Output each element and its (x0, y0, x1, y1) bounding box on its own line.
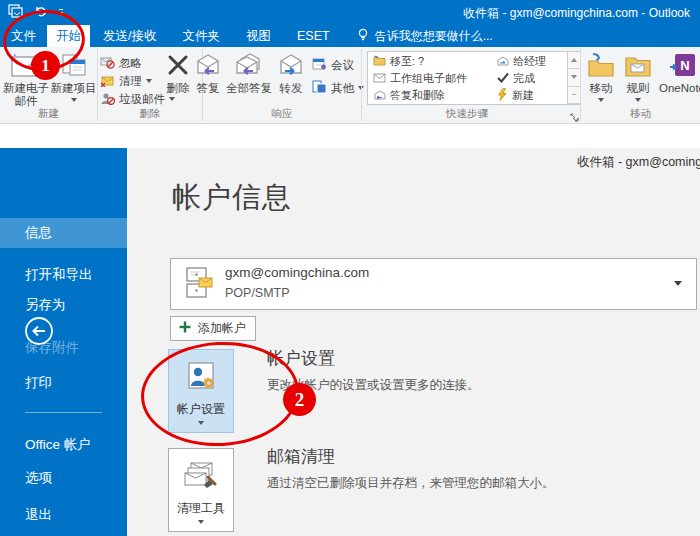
scroll-up-button[interactable] (567, 52, 580, 69)
sidebar-item-office-account[interactable]: Office 帐户 (0, 430, 127, 460)
cleanup-button[interactable]: 清理 (100, 73, 152, 89)
quick-step-done[interactable]: 完成 (496, 70, 535, 87)
ignore-icon (100, 56, 115, 71)
cleanup-tools-button[interactable]: 清理工具 (168, 448, 234, 532)
lightbulb-icon (357, 28, 369, 44)
move-label: 移动 (590, 82, 613, 95)
triangle-up-icon (571, 58, 577, 62)
quick-step-label: 工作组电子邮件 (390, 71, 467, 86)
new-email-label: 新建电子邮件 (2, 82, 50, 108)
rules-label: 规则 (627, 82, 650, 95)
lightning-icon (496, 88, 508, 103)
rules-folder-icon (624, 50, 652, 80)
quick-step-create-new[interactable]: 新建 (496, 87, 534, 104)
quick-step-team-email[interactable]: 工作组电子邮件 (373, 70, 467, 87)
backstage-window-caption: 收件箱 - gxm@comingchina.com (577, 154, 700, 171)
dropdown-caret-icon (674, 281, 682, 286)
backstage-sidebar: 信息 打开和导出 另存为 保存附件 打印 Office 帐户 选项 退出 (0, 148, 127, 536)
chevron-down-icon (146, 79, 152, 83)
title-bar: ▾ 收件箱 - gxm@comingchina.com - Outlook (0, 0, 700, 25)
reply-all-button[interactable]: 全部答复 (226, 50, 272, 95)
tell-me-box[interactable]: 告诉我您想要做什么... (357, 25, 493, 47)
quick-step-label: 给经理 (513, 54, 546, 69)
reply-all-label: 全部答复 (226, 82, 272, 95)
quick-steps-dialog-launcher[interactable] (570, 109, 580, 127)
quick-step-label: 答复和删除 (390, 88, 445, 103)
onenote-label: OneNote (659, 82, 700, 95)
mailbox-cleanup-description: 通过清空已删除项目并存档，来管理您的邮箱大小。 (267, 475, 555, 492)
delete-label: 删除 (167, 82, 190, 95)
mailbox-cleanup-heading: 邮箱清理 (267, 445, 335, 468)
sidebar-item-open-export[interactable]: 打开和导出 (0, 260, 127, 290)
reply-icon (193, 50, 223, 80)
ignore-button[interactable]: 忽略 (100, 55, 142, 71)
tab-view[interactable]: 视图 (233, 25, 284, 47)
chevron-down-icon (71, 98, 77, 102)
annotation-step-1-badge: 1 (31, 51, 60, 80)
group-label-move: 移动 (581, 107, 700, 121)
sidebar-item-options[interactable]: 选项 (0, 463, 127, 493)
page-title: 帐户信息 (172, 178, 292, 218)
sidebar-item-print[interactable]: 打印 (0, 368, 127, 398)
account-selector-dropdown[interactable]: gxm@comingchina.com POP/SMTP (170, 258, 697, 310)
folder-move-icon (373, 55, 386, 68)
tab-send-receive[interactable]: 发送/接收 (90, 25, 169, 47)
reply-label: 答复 (197, 82, 220, 95)
chevron-down-icon (169, 97, 175, 101)
sidebar-item-info[interactable]: 信息 (0, 218, 127, 248)
plus-icon (179, 321, 191, 336)
forward-label: 转发 (280, 82, 303, 95)
quick-step-label: 移至: ? (390, 54, 424, 69)
move-button[interactable]: 移动 (582, 50, 620, 102)
ignore-label: 忽略 (119, 56, 142, 71)
chevron-down-icon (598, 98, 604, 102)
meeting-label: 会议 (331, 58, 354, 73)
move-folder-icon (587, 50, 615, 80)
scroll-down-button[interactable] (567, 69, 580, 86)
quick-step-move-to[interactable]: 移至: ? (373, 53, 424, 70)
sidebar-item-save-as[interactable]: 另存为 (0, 290, 127, 320)
group-label-quick-steps: 快速步骤 (367, 107, 567, 121)
quick-step-label: 完成 (513, 71, 535, 86)
envelope-forward-icon (496, 56, 509, 68)
forward-icon (276, 50, 306, 80)
cleanup-label: 清理 (119, 74, 142, 89)
account-email: gxm@comingchina.com (225, 265, 369, 280)
ribbon-separator (361, 49, 362, 121)
cleanup-icon (100, 74, 115, 89)
rules-button[interactable]: 规则 (620, 50, 656, 102)
quick-step-to-manager[interactable]: 给经理 (496, 53, 546, 70)
sidebar-divider (25, 412, 102, 413)
quick-steps-scrollbar (567, 52, 580, 104)
more-respond-button[interactable]: 其他 (312, 80, 364, 96)
tab-eset[interactable]: ESET (284, 25, 343, 47)
delete-icon (166, 50, 190, 80)
envelope-icon (373, 73, 386, 85)
onenote-button[interactable]: N OneNote (656, 50, 700, 95)
ribbon: 新建电子邮件 新建项目 新建 忽略 清理 垃圾邮件 删除 删除 (0, 47, 700, 124)
reply-button[interactable]: 答复 (188, 50, 228, 95)
sidebar-item-exit[interactable]: 退出 (0, 500, 127, 530)
reply-all-icon (233, 50, 265, 80)
group-label-new: 新建 (0, 107, 97, 121)
tell-me-label: 告诉我您想要做什么... (375, 28, 493, 45)
triangle-down-icon (571, 75, 577, 79)
cleanup-tools-button-label: 清理工具 (177, 500, 225, 517)
more-respond-icon (312, 80, 327, 96)
svg-text:N: N (680, 58, 689, 73)
forward-button[interactable]: 转发 (272, 50, 310, 95)
checkmark-icon (496, 72, 509, 85)
window-title: 收件箱 - gxm@comingchina.com - Outlook (463, 5, 690, 22)
more-respond-label: 其他 (331, 81, 354, 96)
add-account-button[interactable]: 添加帐户 (170, 316, 256, 341)
quick-step-label: 新建 (512, 88, 534, 103)
quick-step-reply-delete[interactable]: 答复和删除 (373, 87, 445, 104)
meeting-icon (312, 57, 327, 73)
triangle-down-line-icon (571, 94, 577, 96)
new-items-label: 新建项目 (51, 82, 97, 95)
account-protocol: POP/SMTP (225, 286, 290, 300)
cleanup-tools-icon (183, 458, 219, 496)
meeting-button[interactable]: 会议 (312, 57, 354, 73)
gallery-more-button[interactable] (567, 87, 580, 104)
tab-folder[interactable]: 文件夹 (169, 25, 233, 47)
